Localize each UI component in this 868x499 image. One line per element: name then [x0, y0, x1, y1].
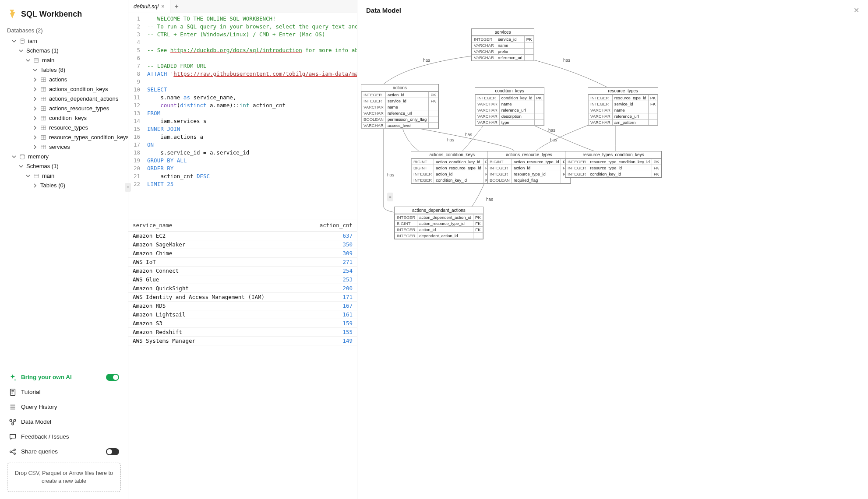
ai-toggle[interactable]: [106, 374, 119, 381]
table-node[interactable]: resource_types: [4, 123, 124, 133]
tables-node-memory[interactable]: Tables (0): [4, 181, 124, 190]
file-dropzone[interactable]: Drop CSV, Parquet or Arrow files here to…: [7, 463, 121, 492]
db-node-iam[interactable]: iam: [4, 36, 124, 46]
chevron-down-icon: [25, 173, 31, 179]
database-icon: [19, 154, 25, 160]
table-row[interactable]: Amazon EC2637: [128, 232, 357, 240]
table-row[interactable]: Amazon Lightsail161: [128, 310, 357, 319]
history-button[interactable]: Query History: [7, 400, 121, 415]
panel-close-icon[interactable]: ✕: [854, 6, 859, 14]
schema-node-memory-main[interactable]: main: [4, 171, 124, 181]
table-node[interactable]: services: [4, 142, 124, 152]
svg-text:has: has: [447, 137, 454, 142]
table-icon: [40, 96, 46, 102]
sidebar: SQL Workbench Databases (2) iam Schemas …: [0, 0, 128, 499]
schemas-node-iam[interactable]: Schemas (1): [4, 46, 124, 56]
table-row[interactable]: Amazon Connect254: [128, 267, 357, 275]
database-tree: iam Schemas (1) main Tables (8) actions …: [0, 36, 128, 366]
app-title: SQL Workbench: [21, 10, 82, 19]
svg-text:has: has: [550, 137, 557, 142]
table-icon: [40, 86, 46, 92]
share-icon: [9, 448, 17, 456]
share-toggle[interactable]: [106, 448, 119, 455]
chevron-right-icon: [32, 125, 38, 130]
entity-resource_types_condition_keys[interactable]: resource_types_condition_keysINTEGERreso…: [565, 151, 662, 178]
col-action-cnt[interactable]: action_cnt: [305, 219, 357, 232]
database-icon: [19, 38, 25, 44]
tab-default-sql[interactable]: default.sql ×: [128, 0, 170, 13]
diagram-icon: [9, 418, 17, 426]
share-button[interactable]: Share queries: [7, 444, 121, 459]
svg-text:has: has: [387, 172, 394, 177]
svg-text:has: has: [548, 128, 555, 133]
table-node[interactable]: resource_types_condition_keys: [4, 133, 124, 142]
db-name-memory: memory: [28, 153, 49, 161]
chevron-right-icon: [32, 135, 38, 140]
schema-name: main: [42, 56, 54, 64]
db-node-memory[interactable]: memory: [4, 152, 124, 162]
sidebar-collapse-handle[interactable]: ≡: [125, 183, 131, 192]
svg-rect-11: [34, 174, 39, 178]
table-node[interactable]: actions_condition_keys: [4, 84, 124, 94]
table-row[interactable]: AWS Identity and Access Management (IAM)…: [128, 293, 357, 302]
table-row[interactable]: AWS IoT271: [128, 258, 357, 267]
table-node[interactable]: actions_resource_types: [4, 104, 124, 113]
schema-icon: [33, 57, 39, 63]
table-row[interactable]: AWS Glue253: [128, 275, 357, 284]
chevron-down-icon: [18, 48, 24, 53]
schema-node-main[interactable]: main: [4, 56, 124, 65]
datamodel-button[interactable]: Data Model: [7, 415, 121, 429]
entity-actions_condition_keys[interactable]: actions_condition_keysBIGINTaction_condi…: [411, 151, 493, 184]
tab-add-button[interactable]: +: [170, 3, 183, 11]
table-row[interactable]: AWS Systems Manager149: [128, 337, 357, 345]
entity-actions[interactable]: actionsINTEGERaction_idPKINTEGERservice_…: [361, 84, 439, 129]
chevron-down-icon: [18, 164, 24, 169]
feedback-button[interactable]: Feedback / Issues: [7, 429, 121, 444]
schemas-node-memory[interactable]: Schemas (1): [4, 162, 124, 171]
chat-icon: [9, 433, 17, 441]
tutorial-button[interactable]: Tutorial: [7, 385, 121, 400]
chevron-down-icon: [11, 39, 17, 44]
tables-node[interactable]: Tables (8): [4, 65, 124, 75]
entity-actions_resource_types[interactable]: actions_resource_typesBIGINTaction_resou…: [487, 151, 571, 184]
entity-condition_keys[interactable]: condition_keysINTEGERcondition_key_idPKV…: [475, 87, 544, 126]
schema-name: main: [42, 172, 54, 180]
tab-close-icon[interactable]: ×: [161, 3, 165, 10]
entity-services[interactable]: servicesINTEGERservice_idPKVARCHARnameVA…: [471, 28, 534, 61]
table-row[interactable]: Amazon RDS167: [128, 302, 357, 310]
sidebar-footer: Bring your own AI Tutorial Query History…: [0, 366, 128, 499]
panel-title: Data Model: [366, 7, 401, 14]
svg-point-18: [14, 453, 16, 454]
col-service-name[interactable]: service_name: [128, 219, 305, 232]
table-row[interactable]: Amazon S3159: [128, 319, 357, 328]
app-logo-icon: [7, 9, 18, 19]
table-icon: [40, 105, 46, 112]
table-row[interactable]: Amazon Chime309: [128, 249, 357, 258]
svg-point-10: [20, 155, 25, 156]
table-icon: [40, 77, 46, 83]
editor-tabs: default.sql × +: [128, 0, 357, 13]
table-node[interactable]: actions_dependant_actions: [4, 94, 124, 104]
svg-point-0: [20, 39, 25, 41]
svg-point-15: [12, 423, 14, 425]
table-node[interactable]: actions: [4, 75, 124, 84]
tables-label-memory: Tables (0): [40, 182, 65, 190]
table-row[interactable]: Amazon QuickSight200: [128, 284, 357, 293]
results-grid[interactable]: service_name action_cnt Amazon EC2637Ama…: [128, 219, 357, 499]
entity-resource_types[interactable]: resource_typesINTEGERresource_type_idPKI…: [588, 87, 658, 126]
svg-point-16: [14, 449, 16, 450]
data-model-panel: Data Model ✕ hashashashashashashashas se…: [357, 0, 868, 499]
erd-collapse-handle[interactable]: ≡: [387, 193, 393, 201]
chevron-right-icon: [32, 106, 38, 111]
ai-button[interactable]: Bring your own AI: [7, 370, 121, 385]
table-row[interactable]: Amazon Redshift155: [128, 328, 357, 337]
table-icon: [40, 125, 46, 131]
chevron-down-icon: [32, 67, 38, 73]
chevron-right-icon: [32, 183, 38, 188]
erd-canvas[interactable]: hashashashashashashashas servicesINTEGER…: [357, 19, 868, 499]
chevron-down-icon: [25, 58, 31, 63]
table-row[interactable]: Amazon SageMaker350: [128, 240, 357, 249]
code-editor[interactable]: 12345678910111213141516171819202122 -- W…: [128, 13, 357, 219]
table-node[interactable]: condition_keys: [4, 113, 124, 123]
entity-actions_dependant_actions[interactable]: actions_dependant_actionsINTEGERaction_d…: [394, 207, 483, 239]
